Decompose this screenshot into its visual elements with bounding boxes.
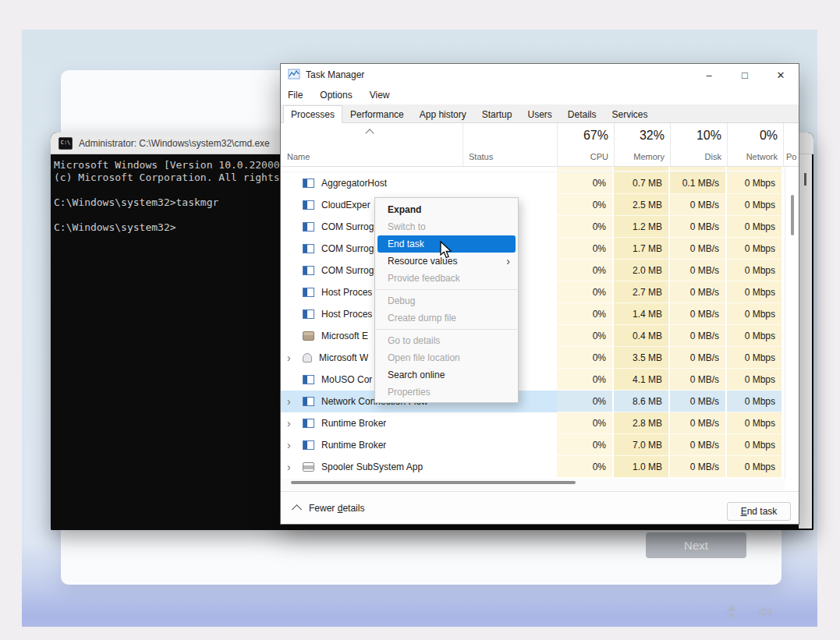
process-icon [303, 266, 314, 275]
table-row[interactable]: ›CloudExper 0% 2.5 MB 0 MB/s 0 Mbps [281, 194, 799, 216]
network-cell: 0 Mbps [727, 172, 783, 194]
printer-icon [303, 462, 314, 472]
column-header-memory[interactable]: Memory [610, 152, 665, 161]
tab-users[interactable]: Users [519, 105, 559, 123]
tab-details[interactable]: Details [560, 105, 604, 123]
table-row[interactable]: ›COM Surrog 0% 1.2 MB 0 MB/s 0 Mbps [281, 216, 799, 238]
minimize-button[interactable]: – [691, 64, 727, 86]
tab-processes[interactable]: Processes [283, 105, 342, 123]
maximize-button[interactable]: □ [727, 64, 763, 86]
column-header-network[interactable]: Network [723, 152, 778, 161]
table-row[interactable]: ›COM Surrog 0% 2.0 MB 0 MB/s 0 Mbps [281, 260, 799, 281]
table-row[interactable]: ›Microsoft W 0% 3.5 MB 0 MB/s 0 Mbps [281, 347, 799, 369]
menu-view[interactable]: View [370, 90, 390, 101]
horizontal-scrollbar-thumb[interactable] [291, 481, 576, 484]
chevron-right-icon: › [287, 418, 303, 429]
cpu-cell: 0% [557, 303, 614, 325]
chevron-up-icon [292, 504, 302, 514]
cpu-cell: 0% [557, 347, 614, 369]
chevron-right-icon: › [287, 461, 303, 472]
chevron-right-icon: › [287, 440, 303, 451]
column-header-power-partial[interactable]: Po [786, 152, 796, 161]
next-button[interactable]: Next [646, 532, 746, 558]
network-cell: 0 Mbps [727, 391, 783, 412]
cmd-scrollbar[interactable] [799, 154, 812, 529]
cmd-scrollbar-thumb[interactable] [804, 173, 806, 186]
cmd-title: Administrator: C:\Windows\system32\cmd.e… [79, 138, 270, 149]
table-row[interactable]: ›MoUSO Cor 0% 4.1 MB 0 MB/s 0 Mbps [281, 369, 799, 391]
fewer-details-toggle[interactable]: Fewer details [309, 503, 364, 514]
menu-item-go-to-details[interactable]: Go to details [375, 332, 518, 349]
table-row[interactable]: ›Host Proces 0% 1.4 MB 0 MB/s 0 Mbps [281, 303, 799, 325]
network-cell: 0 Mbps [727, 347, 783, 369]
menu-item-expand[interactable]: Expand [375, 201, 518, 218]
close-button[interactable]: ✕ [763, 64, 799, 86]
tab-performance[interactable]: Performance [342, 105, 412, 123]
cpu-cell: 0% [557, 194, 614, 216]
disk-cell: 0 MB/s [670, 281, 727, 303]
disk-cell: 0 MB/s [670, 369, 727, 391]
tab-app-history[interactable]: App history [412, 105, 474, 123]
vertical-scrollbar[interactable] [785, 167, 799, 479]
table-row[interactable]: ›Host Proces 0% 2.7 MB 0 MB/s 0 Mbps [281, 281, 799, 303]
window-title: Task Manager [306, 69, 364, 80]
menu-item-open-file-location[interactable]: Open file location [375, 349, 518, 366]
task-manager-app-icon [288, 68, 300, 83]
chevron-right-icon: › [287, 396, 303, 407]
cpu-cell: 0% [557, 391, 614, 412]
menu-item-provide-feedback[interactable]: Provide feedback [375, 270, 518, 287]
menu-item-search-online[interactable]: Search online [375, 366, 518, 384]
network-cell: 0 Mbps [727, 281, 783, 303]
column-header-disk[interactable]: Disk [667, 152, 721, 161]
process-name: Host Proces [321, 287, 372, 298]
process-name: Microsoft E [321, 331, 368, 341]
process-icon [303, 397, 314, 406]
process-name: Host Proces [321, 309, 372, 320]
table-row[interactable]: ›Microsoft E 0% 0.4 MB 0 MB/s 0 Mbps [281, 325, 799, 347]
menu-item-properties[interactable]: Properties [375, 384, 518, 401]
menu-item-debug[interactable]: Debug [375, 292, 518, 309]
tab-services[interactable]: Services [604, 105, 656, 123]
menu-options[interactable]: Options [320, 90, 352, 101]
network-cell: 0 Mbps [727, 303, 783, 325]
memory-cell: 7.0 MB [614, 434, 670, 456]
table-row[interactable]: ›Runtime Broker 0% 7.0 MB 0 MB/s 0 Mbps [281, 434, 799, 456]
cpu-cell: 0% [557, 172, 614, 194]
memory-cell: 0.4 MB [614, 325, 670, 347]
accessibility-icon[interactable] [724, 604, 739, 620]
menubar: File Options View [281, 86, 799, 104]
network-total-percent: 0% [723, 129, 778, 143]
table-row[interactable]: ›Runtime Broker 0% 2.8 MB 0 MB/s 0 Mbps [281, 412, 799, 434]
menu-item-switch-to[interactable]: Switch to [375, 218, 518, 235]
status-cell [463, 434, 557, 456]
memory-cell: 1.7 MB [614, 238, 670, 260]
column-header-status[interactable]: Status [469, 152, 493, 161]
footer-bar: Fewer details End task [281, 491, 799, 524]
volume-icon[interactable] [757, 604, 774, 620]
horizontal-scrollbar[interactable] [281, 479, 785, 490]
table-row[interactable]: ›AggregatorHost 0% 0.7 MB 0.1 MB/s 0 Mbp… [281, 172, 799, 194]
process-name: CloudExper [321, 200, 370, 210]
network-cell: 0 Mbps [727, 434, 783, 456]
cpu-cell: 0% [557, 325, 614, 347]
process-name: MoUSO Cor [321, 374, 372, 385]
status-cell [463, 172, 557, 194]
tabstrip: Processes Performance App history Startu… [281, 104, 799, 123]
table-row[interactable]: ›Spooler SubSystem App 0% 1.0 MB 0 MB/s … [281, 456, 799, 478]
process-icon [303, 244, 314, 253]
disk-cell: 0 MB/s [670, 303, 727, 325]
menu-file[interactable]: File [288, 90, 303, 101]
table-row-selected[interactable]: ›Network Connection Flow 0% 8.6 MB 0 MB/… [281, 391, 799, 412]
disk-total-percent: 10% [667, 129, 721, 143]
memory-cell: 4.1 MB [614, 369, 670, 391]
menu-item-create-dump-file[interactable]: Create dump file [375, 309, 518, 327]
network-cell: 0 Mbps [727, 369, 783, 391]
column-header-name[interactable]: Name [287, 152, 310, 161]
service-icon [303, 353, 312, 362]
table-row[interactable]: ›COM Surrog 0% 1.7 MB 0 MB/s 0 Mbps [281, 238, 799, 260]
end-task-button[interactable]: End task [727, 502, 791, 521]
vertical-scrollbar-thumb[interactable] [791, 195, 794, 235]
tab-startup[interactable]: Startup [474, 105, 520, 123]
column-header-cpu[interactable]: CPU [554, 152, 608, 161]
submenu-arrow-icon: › [506, 253, 510, 270]
